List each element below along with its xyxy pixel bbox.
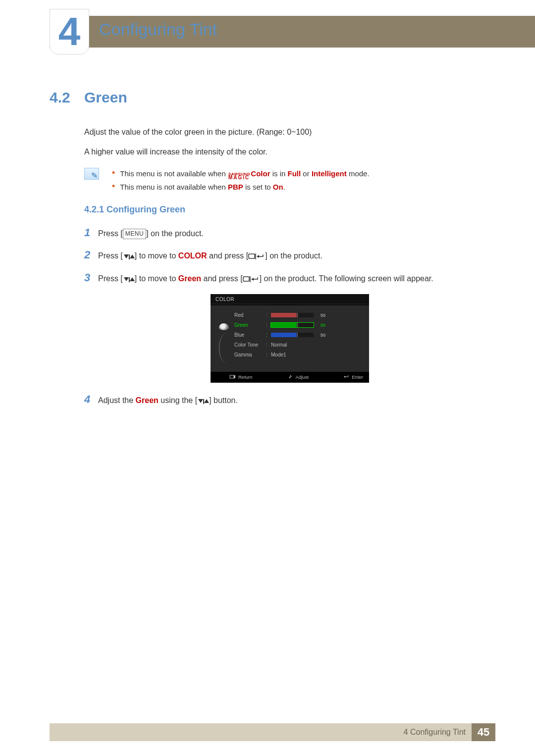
osd-row-red: Red : 50 [231,310,363,320]
note-icon [84,168,99,180]
enter-icon [343,374,350,379]
step3-a: Press [ [98,274,123,283]
svg-marker-8 [130,277,135,281]
osd-value-red: 50 [317,313,325,318]
osd-colon: : [266,332,271,338]
osd-footer-return: Return [229,374,253,380]
page-footer: 4 Configuring Tint 45 [50,723,495,741]
intro-paragraph-1: Adjust the value of the color green in t… [84,126,495,139]
osd-title: COLOR [211,294,369,303]
adjust-icon [287,374,294,379]
note1-intelligent: Intelligent [312,169,347,178]
step3-c: and press [ [201,274,243,283]
osd-bar-red [271,313,314,317]
step1-a: Press [ [98,229,123,238]
osd-value-blue: 50 [317,333,325,338]
step2-color: COLOR [178,252,207,260]
svg-rect-9 [243,277,249,281]
osd-arc-decoration [219,333,233,363]
note2-pbp: PBP [228,183,243,191]
osd-label-blue: Blue [231,332,266,338]
section-heading: 4.2 Green [50,89,495,106]
svg-marker-11 [251,278,254,281]
osd-footer: Return Adjust Enter [211,372,369,383]
osd-sidebar [216,310,231,363]
osd-value-tone: Normal [271,342,287,348]
step-2: 2 Press [] to move to COLOR and press []… [84,246,495,263]
note2-dot: . [283,183,285,191]
note2-on: On [273,183,283,191]
section-number: 4.2 [50,89,84,106]
intro-paragraph-2: A higher value will increase the intensi… [84,146,495,158]
osd-label-green: Green [231,322,266,328]
page-content: 4.2 Green Adjust the value of the color … [50,89,495,413]
note1-post: mode. [349,169,370,178]
svg-marker-19 [204,399,209,403]
osd-row-colortone: Color Tone : Normal [231,340,363,350]
step3-green: Green [178,274,201,283]
svg-marker-6 [124,277,129,281]
svg-rect-12 [230,375,234,378]
footer-chapter-label: 4 Configuring Tint [404,723,472,741]
svg-marker-17 [198,399,203,403]
osd-row-green: Green : 50 [231,320,363,330]
osd-label-tone: Color Tone [231,342,266,348]
step-number: 4 [84,391,98,408]
osd-bar-blue [271,333,314,337]
osd-row-gamma: Gamma : Mode1 [231,350,363,360]
osd-bar-green [271,323,314,327]
osd-colon: : [266,342,271,348]
down-up-arrow-icon [123,274,135,283]
note-item-2: • This menu is not available when PBP is… [111,180,370,194]
note2-pre: This menu is not available when [120,183,228,191]
step4-c: ] button. [209,396,238,404]
svg-marker-5 [257,255,259,258]
step4-a: Adjust the [98,396,136,404]
bullet-icon: • [112,180,115,194]
note-list: • This menu is not available when SAMSUN… [111,167,370,194]
step4-green: Green [136,396,159,404]
steps-list: 1 Press [MENU] on the product. 2 Press [… [84,224,495,408]
osd-value-green: 50 [317,323,325,328]
osd-colon: : [266,352,271,357]
osd-footer-enter: Enter [343,374,363,380]
step4-b: using the [ [159,396,197,404]
footer-page-number: 45 [472,723,495,741]
osd-footer-adjust: Adjust [287,374,309,380]
note1-pre: This menu is not available when [120,169,228,178]
chapter-tab: 4 [50,9,89,54]
down-up-arrow-icon [197,396,209,404]
osd-screenshot: COLOR Red : 50 [211,294,369,383]
section-title: Green [84,89,127,106]
note1-full: Full [288,169,301,178]
svg-rect-3 [249,254,255,258]
note-item-1: • This menu is not available when SAMSUN… [111,167,370,180]
bullet-icon: • [112,167,115,180]
step-1: 1 Press [MENU] on the product. [84,224,495,241]
osd-rows: Red : 50 Green : 50 [231,310,363,363]
note1-color: Color [251,169,270,178]
step2-d: ] on the product. [265,252,322,260]
note-block: • This menu is not available when SAMSUN… [84,167,495,194]
step3-d: ] on the product. The following screen w… [260,274,433,283]
osd-footer-enter-label: Enter [352,374,363,380]
svg-marker-16 [344,376,345,378]
svg-rect-18 [203,399,204,404]
note1-mid: is in [272,169,288,178]
svg-marker-15 [289,377,290,379]
step2-c: and press [ [207,252,249,260]
svg-rect-13 [234,375,235,378]
step-3: 3 Press [] to move to Green and press []… [84,269,495,286]
svg-marker-0 [124,254,129,258]
step-4: 4 Adjust the Green using the [] button. [84,391,495,408]
svg-rect-7 [129,277,130,282]
chapter-number: 4 [58,12,81,51]
step3-b: ] to move to [135,274,178,283]
step1-b: ] on the product. [146,229,204,238]
down-up-arrow-icon [123,252,135,260]
osd-body: Red : 50 Green : 50 [211,305,369,372]
osd-label-gamma: Gamma [231,352,266,357]
samsung-magic-logo: SAMSUNG MAGIC [228,173,250,180]
step-number: 2 [84,246,98,263]
osd-colon: : [266,312,271,318]
